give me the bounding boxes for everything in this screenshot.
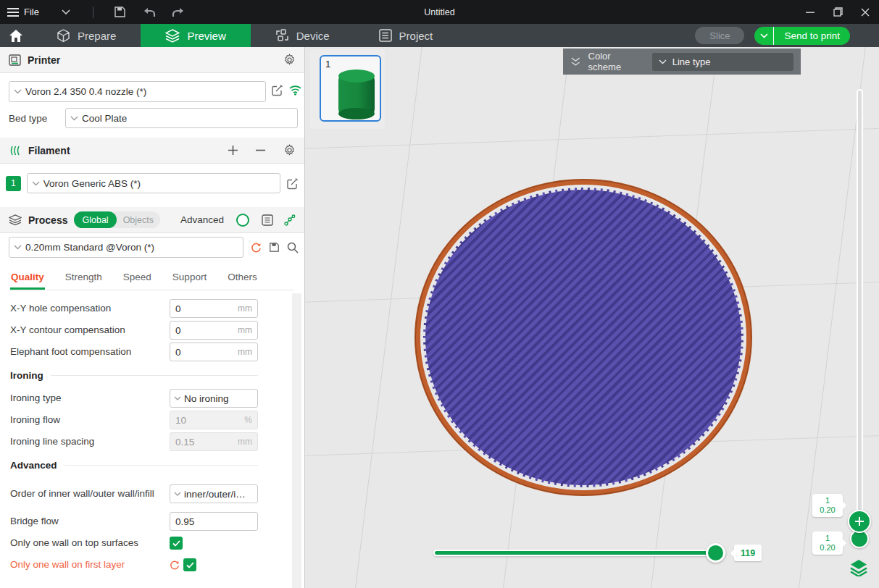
file-menu-button[interactable]: File [7, 7, 39, 17]
send-to-print-button[interactable]: Send to print [774, 27, 850, 45]
sliced-object-top-view[interactable] [415, 180, 751, 495]
param-label: Elephant foot compensation [10, 346, 170, 358]
bed-type-dropdown[interactable]: Cool Plate [65, 108, 298, 128]
process-scope-segmented: Global Objects [74, 211, 160, 228]
tab-support[interactable]: Support [172, 268, 207, 290]
redo-button[interactable] [166, 3, 191, 22]
slice-button[interactable]: Slice [695, 27, 744, 44]
param-label: Ironing line spacing [10, 436, 170, 448]
slice-button-label: Slice [709, 30, 730, 41]
parameter-tree-button[interactable] [284, 214, 296, 226]
maximize-button[interactable] [824, 0, 851, 24]
add-filament-button[interactable] [228, 146, 238, 155]
param-row-bridge-flow: Bridge flow 0.95 [10, 511, 258, 532]
printer-preset-value: Voron 2.4 350 0.4 nozzle (*) [25, 86, 146, 97]
plus-icon [228, 146, 238, 155]
param-row-ironing-spacing: Ironing line spacing 0.15mm [10, 431, 258, 453]
minimize-icon [806, 8, 815, 17]
section-title: Advanced [10, 460, 57, 471]
input-value: 10 [175, 415, 186, 426]
contour-compensation-input[interactable]: 0mm [170, 321, 258, 340]
param-row-one-wall-top: Only one wall on top surfaces [10, 532, 258, 554]
tab-project[interactable]: Project [354, 24, 458, 47]
scope-global-button[interactable]: Global [74, 211, 116, 228]
process-preset-dropdown[interactable]: 0.20mm Standard @Voron (*) [9, 237, 243, 258]
section-header-advanced: Advanced [10, 453, 258, 477]
tab-device[interactable]: Device [251, 24, 354, 47]
bridge-flow-input[interactable]: 0.95 [170, 512, 258, 531]
one-wall-first-layer-checkbox[interactable] [183, 558, 196, 571]
advanced-toggle[interactable] [236, 214, 249, 227]
chevron-down-icon [174, 492, 181, 496]
parameter-list-button[interactable] [262, 214, 273, 226]
chevron-down-icon [760, 33, 768, 38]
save-button[interactable] [108, 3, 133, 22]
printer-connection-button[interactable] [288, 85, 302, 96]
one-wall-top-checkbox[interactable] [170, 537, 183, 550]
cube-icon [57, 29, 70, 43]
filament-preset-dropdown[interactable]: Voron Generic ABS (*) [27, 173, 280, 193]
plate-thumbnail-card: 1 [310, 49, 385, 129]
dropdown-value: inner/outer/i… [184, 489, 246, 500]
printer-settings-button[interactable] [283, 54, 296, 66]
process-preset-row: 0.20mm Standard @Voron (*) [9, 237, 299, 258]
sidebar-scrollbar[interactable] [292, 293, 301, 588]
tab-quality[interactable]: Quality [10, 268, 45, 290]
printer-icon [9, 54, 21, 66]
undo-circle-icon [170, 560, 180, 570]
line-type-dropdown[interactable]: Line type [652, 53, 793, 71]
printer-section-title: Printer [28, 54, 60, 66]
ironing-flow-input: 10% [170, 411, 258, 429]
chevron-down-icon [174, 396, 181, 400]
tab-prepare[interactable]: Prepare [32, 24, 141, 47]
undo-button[interactable] [137, 3, 162, 22]
tab-others[interactable]: Others [227, 268, 258, 290]
filament-icon [9, 145, 22, 156]
dropdown-value: No ironing [184, 393, 229, 404]
toolbar-divider [93, 7, 93, 18]
hamburger-icon [7, 7, 19, 17]
home-button[interactable] [0, 24, 32, 47]
search-settings-button[interactable] [287, 242, 299, 253]
ironing-type-dropdown[interactable]: No ironing [170, 389, 258, 408]
tab-strength[interactable]: Strength [64, 268, 103, 290]
check-icon [172, 540, 180, 547]
filament-edit-button[interactable] [286, 177, 299, 190]
file-menu-dropdown-button[interactable] [54, 3, 78, 22]
minimize-button[interactable] [796, 0, 824, 24]
bed-type-value: Cool Plate [82, 113, 127, 124]
param-row-one-wall-first-layer: Only one wall on first layer [10, 554, 258, 576]
collapse-double-chevron-icon[interactable] [570, 57, 581, 67]
filament-section-header: Filament [0, 138, 304, 164]
printer-edit-button[interactable] [271, 84, 283, 96]
save-preset-button[interactable] [269, 242, 280, 253]
filament-settings-button[interactable] [283, 144, 296, 156]
elephant-foot-input[interactable]: 0mm [170, 343, 258, 361]
plate-thumbnail[interactable]: 1 [320, 55, 381, 122]
scope-objects-button[interactable]: Objects [117, 215, 160, 225]
send-options-button[interactable] [754, 27, 774, 45]
close-button[interactable] [851, 0, 879, 24]
revert-value-button[interactable] [170, 560, 180, 570]
printer-preset-dropdown[interactable]: Voron 2.4 350 0.4 nozzle (*) [9, 81, 266, 102]
tab-speed[interactable]: Speed [122, 268, 152, 290]
tree-icon [284, 214, 296, 226]
close-icon [861, 8, 870, 17]
move-slider-handle[interactable] [706, 543, 725, 563]
send-to-print-label: Send to print [784, 30, 840, 41]
tab-device-label: Device [296, 30, 330, 42]
reset-preset-button[interactable] [251, 242, 262, 253]
layer-slider-upper-handle[interactable] [848, 510, 871, 533]
hole-compensation-input[interactable]: 0mm [170, 299, 258, 318]
layer-height: 0.20 [812, 543, 843, 553]
wall-order-dropdown[interactable]: inner/outer/i… [170, 484, 258, 503]
input-unit: mm [238, 303, 252, 314]
layer-slider-track[interactable] [857, 89, 863, 536]
tab-preview[interactable]: Preview [141, 24, 250, 47]
move-slider-track[interactable] [433, 550, 726, 556]
cylinder-object-thumbnail [338, 75, 375, 114]
layer-view-button[interactable] [848, 557, 870, 579]
remove-filament-button[interactable] [256, 149, 265, 151]
layer-number: 1 [812, 534, 843, 543]
preview-viewport[interactable]: 1 Color scheme Line type 119 1 0.20 [305, 47, 879, 588]
